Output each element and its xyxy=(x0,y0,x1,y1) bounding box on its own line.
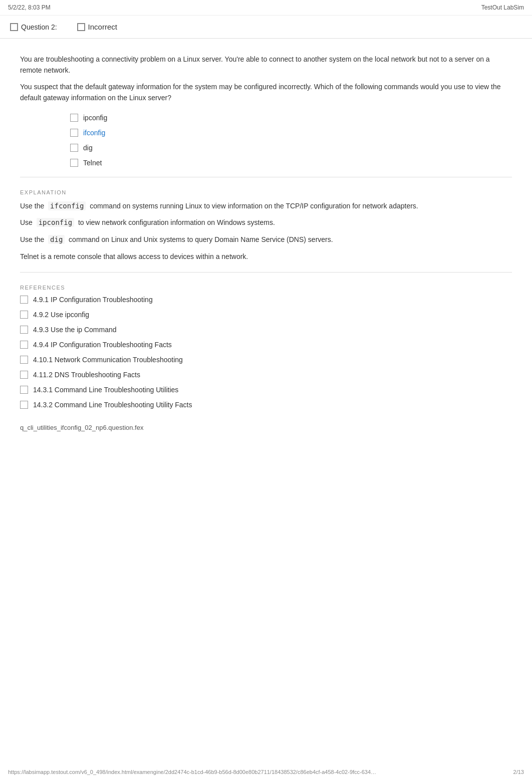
code-dig: dig xyxy=(48,235,65,244)
choice-text-1: ipconfig xyxy=(83,114,107,122)
references-section-label: REFERENCES xyxy=(20,285,512,291)
explanation-line-2: Use ipconfig to view network configurati… xyxy=(20,217,512,229)
choice-icon-3 xyxy=(70,144,78,152)
references-section: REFERENCES 4.9.1 IP Configuration Troubl… xyxy=(20,285,512,409)
ref-icon-8 xyxy=(20,401,28,409)
reference-item-6[interactable]: 4.11.2 DNS Troubleshooting Facts xyxy=(20,371,512,379)
ref-icon-4 xyxy=(20,341,28,349)
choice-icon-2 xyxy=(70,129,78,137)
ref-icon-6 xyxy=(20,371,28,379)
ref-icon-5 xyxy=(20,356,28,364)
ref-icon-3 xyxy=(20,326,28,334)
question-body: You are troubleshooting a connectivity p… xyxy=(20,54,512,104)
choice-text-4: Telnet xyxy=(83,159,102,167)
status-label: Incorrect xyxy=(88,23,117,31)
footer-page: 2/13 xyxy=(513,769,524,775)
reference-item-5[interactable]: 4.10.1 Network Communication Troubleshoo… xyxy=(20,356,512,364)
reference-item-1[interactable]: 4.9.1 IP Configuration Troubleshooting xyxy=(20,296,512,304)
main-content: You are troubleshooting a connectivity p… xyxy=(0,39,532,446)
status-area: Incorrect xyxy=(77,23,117,31)
ref-icon-7 xyxy=(20,386,28,394)
file-name: q_cli_utilities_ifconfig_02_np6.question… xyxy=(20,424,512,431)
choice-icon-1 xyxy=(70,114,78,122)
code-ipconfig: ipconfig xyxy=(37,218,74,227)
explanation-section-label: EXPLANATION xyxy=(20,189,512,195)
explanation-content: Use the ifconfig command on systems runn… xyxy=(20,200,512,263)
question-checkbox-icon xyxy=(10,23,18,31)
explanation-line-1: Use the ifconfig command on systems runn… xyxy=(20,200,512,212)
question-paragraph-2: You suspect that the default gateway inf… xyxy=(20,81,512,104)
ref-text-4: 4.9.4 IP Configuration Troubleshooting F… xyxy=(33,341,172,349)
reference-item-8[interactable]: 14.3.2 Command Line Troubleshooting Util… xyxy=(20,401,512,409)
answer-choice-3[interactable]: dig xyxy=(70,144,512,152)
references-list: 4.9.1 IP Configuration Troubleshooting 4… xyxy=(20,296,512,409)
question-label-area: Question 2: xyxy=(10,23,57,31)
choice-text-3: dig xyxy=(83,144,93,152)
reference-item-7[interactable]: 14.3.1 Command Line Troubleshooting Util… xyxy=(20,386,512,394)
divider-1 xyxy=(20,177,512,177)
app-title: TestOut LabSim xyxy=(481,4,524,11)
ref-icon-2 xyxy=(20,311,28,319)
ref-text-1: 4.9.1 IP Configuration Troubleshooting xyxy=(33,296,153,304)
top-bar: 5/2/22, 8:03 PM TestOut LabSim xyxy=(0,0,532,16)
answer-choice-2[interactable]: ifconfig xyxy=(70,129,512,137)
answer-choices: ipconfig ifconfig dig Telnet xyxy=(70,114,512,167)
reference-item-4[interactable]: 4.9.4 IP Configuration Troubleshooting F… xyxy=(20,341,512,349)
choice-icon-4 xyxy=(70,159,78,167)
question-paragraph-1: You are troubleshooting a connectivity p… xyxy=(20,54,512,76)
question-label-text: Question 2: xyxy=(21,23,57,31)
code-ifconfig: ifconfig xyxy=(48,201,86,210)
divider-2 xyxy=(20,272,512,273)
ref-text-5: 4.10.1 Network Communication Troubleshoo… xyxy=(33,356,183,364)
explanation-line-4: Telnet is a remote console that allows a… xyxy=(20,251,512,263)
footer: https://labsimapp.testout.com/v6_0_498/i… xyxy=(8,769,524,775)
explanation-line-3: Use the dig command on Linux and Unix sy… xyxy=(20,234,512,246)
ref-text-8: 14.3.2 Command Line Troubleshooting Util… xyxy=(33,401,192,409)
ref-icon-1 xyxy=(20,296,28,304)
question-header: Question 2: Incorrect xyxy=(0,16,532,39)
datetime-label: 5/2/22, 8:03 PM xyxy=(8,4,51,11)
reference-item-3[interactable]: 4.9.3 Use the ip Command xyxy=(20,326,512,334)
reference-item-2[interactable]: 4.9.2 Use ipconfig xyxy=(20,311,512,319)
ref-text-3: 4.9.3 Use the ip Command xyxy=(33,326,117,334)
status-icon xyxy=(77,23,85,31)
choice-text-2: ifconfig xyxy=(83,129,105,137)
answer-choice-4[interactable]: Telnet xyxy=(70,159,512,167)
ref-text-7: 14.3.1 Command Line Troubleshooting Util… xyxy=(33,386,178,394)
answer-choice-1[interactable]: ipconfig xyxy=(70,114,512,122)
ref-text-6: 4.11.2 DNS Troubleshooting Facts xyxy=(33,371,140,379)
footer-url: https://labsimapp.testout.com/v6_0_498/i… xyxy=(8,769,376,775)
ref-text-2: 4.9.2 Use ipconfig xyxy=(33,311,89,319)
